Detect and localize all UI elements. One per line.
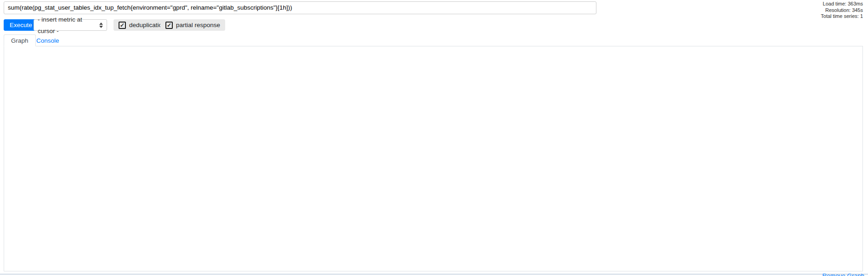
query-input[interactable]: sum(rate(pg_stat_user_tables_idx_tup_fet… bbox=[4, 1, 596, 14]
insert-metric-label: - insert metric at cursor - bbox=[38, 14, 99, 37]
insert-metric-select[interactable]: - insert metric at cursor - bbox=[34, 19, 107, 31]
checked-checkbox-icon: ✓ bbox=[165, 22, 173, 29]
resolution: Resolution: 345s bbox=[821, 7, 863, 14]
execute-label: Execute bbox=[10, 19, 32, 31]
panel-bottom-divider bbox=[0, 274, 868, 275]
graph-panel bbox=[4, 46, 863, 271]
total-time-series: Total time series: 1 bbox=[821, 13, 863, 20]
query-stats: Load time: 363ms Resolution: 345s Total … bbox=[821, 1, 863, 20]
tab-console-label: Console bbox=[36, 37, 59, 44]
tab-graph[interactable]: Graph bbox=[4, 34, 36, 46]
partial-response-toggle[interactable]: ✓ partial response bbox=[160, 19, 225, 31]
remove-graph-button[interactable]: Remove Graph bbox=[822, 272, 864, 276]
checked-checkbox-icon: ✓ bbox=[119, 22, 126, 29]
tab-graph-label: Graph bbox=[11, 37, 28, 44]
execute-button[interactable]: Execute bbox=[4, 19, 38, 31]
load-time: Load time: 363ms bbox=[821, 1, 863, 7]
select-updown-icon bbox=[99, 23, 103, 28]
partial-response-label: partial response bbox=[176, 19, 220, 31]
